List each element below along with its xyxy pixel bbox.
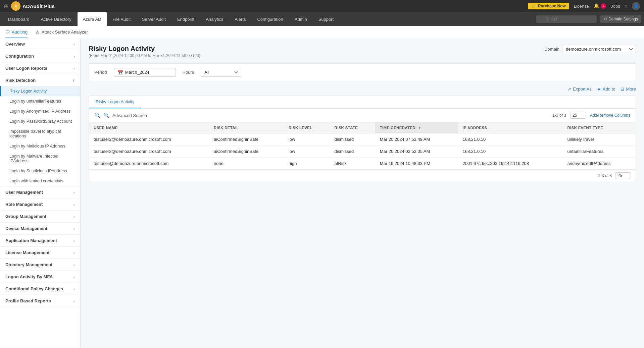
cell-risk-detail: aiConfirmedSigninSafe bbox=[209, 146, 284, 158]
sidebar-sub-login-leaked-creds[interactable]: Login with leaked credentials bbox=[0, 176, 80, 186]
chevron-right-icon: › bbox=[73, 190, 75, 194]
sidebar-sub-login-malicious-ip[interactable]: Login by Malicious IP Address bbox=[0, 141, 80, 151]
sidebar-item-application-management[interactable]: Application Management › bbox=[0, 235, 80, 246]
col-username[interactable]: USER NAME bbox=[89, 122, 209, 133]
col-ip-address[interactable]: IP ADDRESS bbox=[458, 122, 563, 133]
sidebar-item-license-management[interactable]: License Management › bbox=[0, 247, 80, 258]
table-tab-risky-logon[interactable]: Risky Logon Activity bbox=[89, 96, 141, 108]
sidebar-sub-login-password-spray[interactable]: Login by PasswordSpray Account bbox=[0, 116, 80, 126]
cell-time-generated: Mar 20,2024 07:53:49 AM bbox=[375, 133, 458, 146]
topbar-left: ⊞ A ADAudit Plus bbox=[4, 1, 55, 11]
action-row: ↗ Export As ★ Add to ⊟ More bbox=[89, 86, 636, 92]
sidebar-item-conditional-policy[interactable]: Conditional Policy Changes › bbox=[0, 283, 80, 295]
purchase-icon: 🛒 bbox=[532, 4, 537, 8]
hours-select[interactable]: All Last 1 Hour Last 6 Hours Last 12 Hou… bbox=[201, 68, 241, 77]
per-page-select[interactable]: 25 50 100 bbox=[570, 112, 586, 119]
sidebar-section-risk-detection: Risk Detection ∨ Risky Logon Activity Lo… bbox=[0, 74, 80, 186]
tab-support[interactable]: Support bbox=[313, 12, 339, 26]
subnav-attack-surface[interactable]: ⚠ Attack Surface Analyzer bbox=[36, 26, 88, 38]
logo-text: ADAudit Plus bbox=[22, 3, 55, 9]
cell-risk-state: dismissed bbox=[330, 146, 375, 158]
sidebar-item-risk-detection[interactable]: Risk Detection ∨ bbox=[0, 74, 80, 86]
sidebar-sub-risky-logon[interactable]: Risky Logon Activity bbox=[0, 86, 80, 96]
help-link[interactable]: ? bbox=[625, 4, 627, 9]
advanced-search-button[interactable]: Advanced Search bbox=[112, 113, 147, 118]
add-remove-columns-button[interactable]: Add/Remove Columns bbox=[590, 113, 630, 118]
tab-configuration[interactable]: Configuration bbox=[252, 12, 288, 26]
sidebar-sub-login-suspicious-ip[interactable]: Login by Suspicious IPAddress bbox=[0, 166, 80, 176]
cell-time-generated: Mar 19,2024 10:48:33 PM bbox=[375, 158, 458, 170]
tab-dashboard[interactable]: Dashboard bbox=[3, 12, 35, 26]
search-input[interactable] bbox=[536, 15, 597, 23]
license-link[interactable]: License bbox=[574, 4, 589, 9]
sidebar-item-role-management[interactable]: Role Management › bbox=[0, 198, 80, 210]
table-search-icon[interactable]: 🔍 bbox=[94, 112, 101, 118]
sidebar-item-user-management[interactable]: User Management › bbox=[0, 186, 80, 198]
table-header-row: USER NAME RISK DETAIL RISK LEVEL RISK ST… bbox=[89, 122, 636, 133]
cell-risk-event-type: unfamiliarFeatures bbox=[562, 146, 636, 158]
sidebar-sub-login-anon-ip[interactable]: Login by Anonymized IP Address bbox=[0, 106, 80, 116]
tab-endpoint[interactable]: Endpoint bbox=[172, 12, 200, 26]
hours-select-wrap: All Last 1 Hour Last 6 Hours Last 12 Hou… bbox=[201, 68, 241, 77]
tab-server-audit[interactable]: Server Audit bbox=[137, 12, 171, 26]
chevron-right-icon: › bbox=[73, 227, 75, 231]
table-card: Risky Logon Activity 🔍 🔍 Advanced Search… bbox=[89, 96, 636, 182]
grid-icon[interactable]: ⊞ bbox=[4, 3, 8, 9]
more-button[interactable]: ⊟ More bbox=[621, 86, 636, 92]
col-risk-level[interactable]: RISK LEVEL bbox=[284, 122, 330, 133]
sidebar-item-device-management[interactable]: Device Management › bbox=[0, 223, 80, 234]
table-meta: 1-3 of 3 25 50 100 Add/Remove Columns bbox=[552, 112, 630, 119]
nav-right: ⚙ Domain Settings bbox=[536, 15, 641, 23]
data-table: USER NAME RISK DETAIL RISK LEVEL RISK ST… bbox=[89, 122, 636, 169]
sidebar-sub-login-unfamiliar[interactable]: Login by unfamiliarFeatures bbox=[0, 96, 80, 106]
col-risk-detail[interactable]: RISK DETAIL bbox=[209, 122, 284, 133]
sidebar-sub-login-malware-ip[interactable]: Login by Malware Infected IPAddress bbox=[0, 151, 80, 166]
user-avatar[interactable]: 👤 bbox=[632, 2, 640, 10]
sidebar-item-directory-management[interactable]: Directory Management › bbox=[0, 259, 80, 271]
domain-settings-button[interactable]: ⚙ Domain Settings bbox=[600, 15, 641, 23]
cell-ip-address: 168.21.0.10 bbox=[458, 133, 563, 146]
sidebar-item-overview[interactable]: Overview › bbox=[0, 38, 80, 50]
cell-username: testuser@demoazure.onmicrosoft.com bbox=[89, 158, 209, 170]
sidebar-sub-impossible-travel[interactable]: Impossible travel to atypical locations bbox=[0, 126, 80, 141]
cell-time-generated: Mar 20,2024 02:52:05 AM bbox=[375, 146, 458, 158]
sidebar: Overview › Configuration › User Logon Re… bbox=[0, 38, 81, 348]
tab-admin[interactable]: Admin bbox=[289, 12, 312, 26]
cell-risk-event-type: unlikelyTravel bbox=[562, 133, 636, 146]
cell-username: testuser2@demoazure.onmicrosoft.com bbox=[89, 146, 209, 158]
subnav-auditing[interactable]: 🛡 Auditing bbox=[5, 26, 28, 38]
sidebar-item-profile-based-reports[interactable]: Profile Based Reports › bbox=[0, 295, 80, 307]
table-controls: 🔍 🔍 Advanced Search 1-3 of 3 25 50 100 A… bbox=[89, 109, 636, 122]
attack-surface-icon: ⚠ bbox=[36, 30, 40, 35]
chevron-right-icon: › bbox=[73, 287, 75, 291]
calendar-icon[interactable]: 📅 bbox=[117, 70, 123, 75]
gear-icon: ⚙ bbox=[603, 17, 607, 21]
table-adv-search-icon[interactable]: 🔍 bbox=[103, 112, 110, 118]
sidebar-item-configuration[interactable]: Configuration › bbox=[0, 50, 80, 62]
chevron-right-icon: › bbox=[73, 42, 75, 46]
sidebar-item-logon-activity-mfa[interactable]: Logon Activity By MFA › bbox=[0, 271, 80, 283]
sidebar-item-user-logon-reports[interactable]: User Logon Reports › bbox=[0, 62, 80, 74]
alerts-link[interactable]: 🔔 4 bbox=[594, 3, 606, 9]
sidebar-item-group-management[interactable]: Group Management › bbox=[0, 211, 80, 222]
chevron-right-icon: › bbox=[73, 275, 75, 279]
period-input[interactable] bbox=[125, 70, 172, 75]
chevron-right-icon: › bbox=[73, 215, 75, 219]
tab-active-directory[interactable]: Active Directory bbox=[36, 12, 77, 26]
domain-dropdown[interactable]: demoazure.onmicrosoft.com bbox=[562, 45, 636, 53]
col-time-generated[interactable]: TIME GENERATED ▼ bbox=[375, 122, 458, 133]
purchase-now-button[interactable]: 🛒 Purchase Now bbox=[528, 3, 569, 9]
footer-per-page-select[interactable]: 25 50 100 bbox=[615, 172, 631, 179]
col-risk-state[interactable]: RISK STATE bbox=[330, 122, 375, 133]
col-risk-event-type[interactable]: RISK EVENT TYPE bbox=[562, 122, 636, 133]
tab-file-audit[interactable]: File Audit bbox=[107, 12, 136, 26]
add-to-button[interactable]: ★ Add to bbox=[597, 86, 615, 92]
tab-analytics[interactable]: Analytics bbox=[200, 12, 229, 26]
cell-risk-detail: none bbox=[209, 158, 284, 170]
cell-risk-state: atRisk bbox=[330, 158, 375, 170]
export-as-button[interactable]: ↗ Export As bbox=[567, 86, 592, 92]
chevron-right-icon: › bbox=[73, 54, 75, 58]
tab-azure-ad[interactable]: Azure AD bbox=[78, 12, 107, 26]
tab-alerts[interactable]: Alerts bbox=[229, 12, 251, 26]
jobs-link[interactable]: Jobs bbox=[611, 4, 620, 9]
